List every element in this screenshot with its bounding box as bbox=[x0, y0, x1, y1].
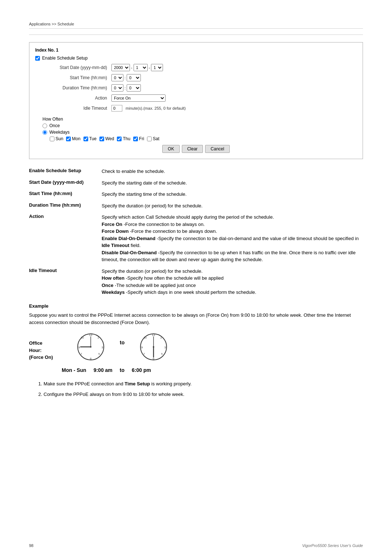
desc-start-time-def: Specify the starting time of the schedul… bbox=[102, 191, 363, 198]
weekdays-radio-row: Weekdays bbox=[42, 130, 357, 135]
desc-start-time: Start Time (hh:mm) Specify the starting … bbox=[29, 191, 363, 198]
cancel-button[interactable]: Cancel bbox=[205, 145, 229, 153]
start-minute-select[interactable]: 0153045 bbox=[127, 74, 141, 81]
desc-duration: Duration Time (hh:mm) Specify the durati… bbox=[29, 202, 363, 210]
day-select[interactable]: 1234 567 bbox=[151, 64, 163, 71]
clock-6pm: 12 3 6 9 2 10 7 5 bbox=[139, 332, 168, 361]
start-time-label: Start Time (hh:mm) bbox=[42, 75, 111, 80]
form-table: Start Date (yyyy-mm-dd) 200020012002 - 1… bbox=[42, 64, 357, 112]
duration-hour-select[interactable]: 012 bbox=[111, 84, 123, 92]
desc-action-def: Specify which action Call Schedule shoul… bbox=[102, 214, 363, 263]
svg-text:5: 5 bbox=[98, 353, 100, 355]
duration-time-row: Duration Time (hh:mm) 012 : 0153045 bbox=[42, 84, 357, 92]
clock-9am: 12 3 6 9 2 10 7 5 bbox=[76, 332, 105, 361]
year-select[interactable]: 200020012002 bbox=[111, 64, 130, 71]
to-text: to bbox=[120, 367, 124, 373]
clear-button[interactable]: Clear bbox=[182, 145, 203, 153]
step-1: Make sure the PPPoE connection and Time … bbox=[44, 380, 363, 388]
sat-label: Sat bbox=[153, 136, 159, 141]
office-label: Office bbox=[29, 340, 42, 347]
start-time-row: Start Time (hh:mm) 0123 : 0153045 bbox=[42, 74, 357, 82]
sun-checkbox[interactable] bbox=[50, 137, 54, 141]
force-on-label: (Force On) bbox=[29, 354, 53, 361]
tue-item: Tue bbox=[83, 136, 97, 141]
to-label: to bbox=[120, 332, 124, 345]
svg-point-11 bbox=[90, 346, 91, 348]
mon-label: Mon bbox=[72, 136, 80, 141]
weekdays-radio[interactable] bbox=[42, 130, 47, 135]
how-often-label: How Often bbox=[42, 117, 357, 122]
wed-label: Wed bbox=[105, 136, 114, 141]
once-label: Once bbox=[49, 123, 60, 128]
svg-text:2: 2 bbox=[160, 336, 162, 339]
fri-checkbox[interactable] bbox=[133, 137, 138, 141]
svg-text:3: 3 bbox=[102, 346, 103, 349]
action-control: Force On Force Down Enable Dial-On-Deman… bbox=[111, 94, 166, 102]
svg-text:6: 6 bbox=[90, 357, 92, 360]
desc-start-date: Start Date (yyyy-mm-dd) Specify the star… bbox=[29, 179, 363, 187]
desc-duration-term: Duration Time (hh:mm) bbox=[29, 202, 102, 208]
start-time-label: 9:00 am bbox=[94, 367, 113, 373]
idle-timeout-input[interactable] bbox=[111, 105, 122, 112]
page-number: 98 bbox=[29, 543, 33, 548]
steps-list: Make sure the PPPoE connection and Time … bbox=[44, 380, 363, 398]
mon-checkbox[interactable] bbox=[66, 137, 71, 141]
thu-checkbox[interactable] bbox=[117, 137, 122, 141]
desc-action: Action Specify which action Call Schedul… bbox=[29, 214, 363, 263]
svg-text:3: 3 bbox=[164, 346, 166, 349]
enable-row: Enable Schedule Setup bbox=[35, 56, 357, 61]
desc-enable-term: Enable Schedule Setup bbox=[29, 168, 102, 173]
month-select[interactable]: 1234 5678 9101112 bbox=[134, 64, 148, 71]
svg-text:9: 9 bbox=[78, 346, 80, 349]
example-text: Suppose you want to control the PPPoE In… bbox=[29, 312, 363, 327]
idle-timeout-control: minute(s).(max. 255, 0 for default) bbox=[111, 105, 186, 112]
action-label: Action bbox=[42, 96, 111, 101]
desc-start-date-term: Start Date (yyyy-mm-dd) bbox=[29, 179, 102, 185]
step-2: Configure the PPPoE always on from 9:00 … bbox=[44, 391, 363, 398]
duration-time-label: Duration Time (hh:mm) bbox=[42, 85, 111, 90]
duration-time-control: 012 : 0153045 bbox=[111, 84, 141, 92]
office-hour-label: Office Hour: (Force On) bbox=[29, 332, 62, 361]
svg-text:10: 10 bbox=[81, 336, 84, 339]
once-radio[interactable] bbox=[42, 123, 47, 128]
svg-text:10: 10 bbox=[144, 336, 147, 339]
sun-label: Sun bbox=[56, 136, 63, 141]
clock-section: Office Hour: (Force On) 12 3 6 9 2 10 7 … bbox=[29, 332, 363, 361]
clock-9am-svg: 12 3 6 9 2 10 7 5 bbox=[76, 332, 105, 361]
clock-6pm-svg: 12 3 6 9 2 10 7 5 bbox=[139, 332, 168, 361]
desc-enable: Enable Schedule Setup Check to enable th… bbox=[29, 168, 363, 175]
breadcrumb-text: Applications >> Schedule bbox=[29, 22, 74, 26]
time-row: Mon - Sun 9:00 am to 6:00 pm bbox=[62, 367, 363, 373]
svg-text:2: 2 bbox=[98, 336, 99, 339]
enable-checkbox[interactable] bbox=[35, 56, 40, 61]
desc-enable-def: Check to enable the schedule. bbox=[102, 168, 363, 175]
start-time-control: 0123 : 0153045 bbox=[111, 74, 141, 81]
duration-minute-select[interactable]: 0153045 bbox=[127, 84, 141, 92]
wed-checkbox[interactable] bbox=[99, 137, 104, 141]
how-often-section: How Often Once Weekdays Sun Mon Tue bbox=[42, 117, 357, 141]
svg-text:7: 7 bbox=[81, 353, 82, 355]
svg-text:12: 12 bbox=[152, 333, 155, 337]
desc-duration-def: Specify the duration (or period) for the… bbox=[102, 202, 363, 210]
start-hour-select[interactable]: 0123 bbox=[111, 74, 123, 81]
start-date-row: Start Date (yyyy-mm-dd) 200020012002 - 1… bbox=[42, 64, 357, 72]
wed-item: Wed bbox=[99, 136, 114, 141]
enable-label: Enable Schedule Setup bbox=[42, 56, 87, 61]
ok-button[interactable]: OK bbox=[162, 145, 179, 153]
fri-item: Fri bbox=[133, 136, 144, 141]
fri-label: Fri bbox=[139, 136, 144, 141]
desc-idle: Idle Timeout Specify the duration (or pe… bbox=[29, 268, 363, 296]
desc-idle-def: Specify the duration (or period) for the… bbox=[102, 268, 363, 296]
svg-text:6: 6 bbox=[153, 357, 155, 360]
mon-item: Mon bbox=[66, 136, 80, 141]
example-section: Example Suppose you want to control the … bbox=[29, 303, 363, 373]
weekdays-label: Weekdays bbox=[49, 130, 70, 135]
sun-item: Sun bbox=[50, 136, 63, 141]
idle-timeout-label: Idle Timeout bbox=[42, 106, 111, 111]
svg-text:9: 9 bbox=[141, 346, 143, 349]
sat-checkbox[interactable] bbox=[147, 137, 152, 141]
button-row: OK Clear Cancel bbox=[35, 145, 357, 153]
svg-point-23 bbox=[153, 346, 154, 348]
action-select[interactable]: Force On Force Down Enable Dial-On-Deman… bbox=[111, 94, 166, 102]
tue-checkbox[interactable] bbox=[83, 137, 88, 141]
